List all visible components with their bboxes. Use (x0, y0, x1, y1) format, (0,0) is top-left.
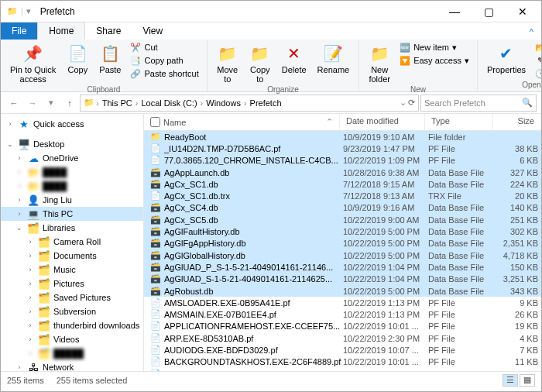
pf-icon: 📄 (150, 356, 161, 367)
pf-icon: 📄 (150, 333, 161, 344)
tree-blur-1[interactable]: ›📁████ (1, 165, 143, 179)
file-row[interactable]: 🗃️AgAppLaunch.db10/28/2016 9:38 AMData B… (144, 167, 541, 178)
qat-divider: | (21, 6, 23, 16)
file-row[interactable]: 📄AUDIODG.EXE-BDFD3029.pf10/22/2019 10:07… (144, 344, 541, 356)
select-all-checkbox[interactable] (150, 117, 160, 127)
new-folder-button[interactable]: 📁New folder (365, 41, 393, 85)
crumb-c[interactable]: Local Disk (C:) (139, 98, 198, 108)
tree-desktop[interactable]: ⌄🖥️Desktop (1, 137, 143, 151)
tree-quick-access[interactable]: ›★Quick access (1, 117, 143, 131)
tree-this-pc[interactable]: ›💻This PC (1, 207, 143, 221)
tree-lib-item[interactable]: ›🗂️Music (1, 263, 143, 277)
paste-button[interactable]: 📋Paste (96, 41, 124, 76)
db-icon: 🗃️ (150, 286, 161, 297)
file-row[interactable]: 📄BACKGROUNDTASKHOST.EXE-2C6F4889.pf10/22… (144, 356, 541, 368)
maximize-button[interactable]: ▢ (472, 1, 506, 22)
col-date[interactable]: Date modified (340, 114, 425, 130)
minimize-button[interactable]: — (437, 1, 472, 22)
file-row[interactable]: 📄ARP.EXE-8D5310AB.pf10/22/2019 2:30 PMPF… (144, 332, 541, 344)
qat-dropdown-icon[interactable]: ▾ (26, 6, 31, 16)
breadcrumb[interactable]: 📁› This PC› Local Disk (C:)› Windows› Pr… (80, 95, 419, 112)
pin-quick-access-button[interactable]: 📌Pin to Quick access (7, 41, 59, 85)
edit-button[interactable]: ✎Edit (533, 54, 542, 67)
col-type[interactable]: Type (425, 114, 493, 130)
file-row[interactable]: 📄APPLICATIONFRAMEHOST.EXE-CCEEF75...10/2… (144, 321, 541, 332)
tree-lib-item[interactable]: ›🗂️Pictures (1, 277, 143, 291)
refresh-icon[interactable]: ⟳ (408, 98, 415, 108)
copy-to-button[interactable]: 📁Copy to (246, 41, 274, 85)
easy-access-button[interactable]: 🔽Easy access ▾ (398, 54, 471, 67)
history-button[interactable]: 🕑History (533, 67, 542, 80)
file-row[interactable]: 🗃️AgCx_SC4.db10/9/2019 9:16 AMData Base … (144, 202, 541, 214)
tab-home[interactable]: Home (37, 22, 85, 40)
db-icon: 🗃️ (150, 215, 161, 225)
tree-onedrive[interactable]: ›☁OneDrive (1, 151, 143, 165)
tree-lib-item[interactable]: ›🗂️Documents (1, 249, 143, 263)
tree-lib-item[interactable]: ›🗂️Videos (1, 332, 143, 346)
db-icon: 🗃️ (150, 262, 161, 273)
crumb-windows[interactable]: Windows (204, 98, 242, 108)
new-item-button[interactable]: 🆕New item ▾ (398, 41, 471, 53)
nav-recent-button[interactable]: ▾ (43, 95, 60, 112)
file-row[interactable]: 🗃️AgGlUAD_S-1-5-21-4049014161-2114625...… (144, 273, 541, 285)
pf-icon: 📄 (150, 309, 161, 320)
nav-forward-button[interactable]: → (24, 95, 41, 112)
tree-user[interactable]: ›👤Jing Liu (1, 193, 143, 207)
file-list[interactable]: 📁ReadyBoot10/9/2019 9:10 AMFile folder📄_… (144, 131, 541, 371)
close-button[interactable]: ✕ (506, 1, 540, 22)
file-row[interactable]: 📄BACKGROUNDTASKHOST.EXE-E8F29D24.pf10/22… (144, 368, 541, 371)
open-button[interactable]: 📂Open ▾ (533, 41, 542, 53)
path-dropdown-icon[interactable]: ⌄ (400, 98, 406, 108)
copy-button[interactable]: 📄Copy (63, 41, 91, 76)
file-row[interactable]: 🗃️AgRobust.db10/22/2019 5:00 PMData Base… (144, 285, 541, 297)
tree-lib-item[interactable]: ›🗂️thunderbird downloads (1, 318, 143, 332)
tab-file[interactable]: File (1, 22, 37, 40)
tree-blur-2[interactable]: ›📁████ (1, 179, 143, 193)
crumb-thispc[interactable]: This PC (101, 98, 134, 108)
tab-view[interactable]: View (132, 22, 173, 40)
pf-icon: 📄 (150, 143, 161, 154)
file-row[interactable]: 🗃️AgGlFaultHistory.db10/22/2019 5:00 PMD… (144, 225, 541, 237)
file-row[interactable]: 📄AMSLOADER.EXE-0B95A41E.pf10/22/2019 1:1… (144, 297, 541, 308)
file-row[interactable]: 📄77.0.3865.120_CHROME_INSTALLE-C4CB...10… (144, 155, 541, 167)
col-size[interactable]: Size (493, 114, 541, 130)
file-row[interactable]: 📁ReadyBoot10/9/2019 9:10 AMFile folder (144, 131, 541, 143)
nav-back-button[interactable]: ← (5, 95, 22, 112)
tree-network[interactable]: ›🖧Network (1, 360, 143, 371)
nav-up-button[interactable]: ↑ (61, 95, 78, 112)
db-icon: 🗃️ (150, 250, 161, 261)
pf-icon: 📄 (150, 321, 161, 332)
file-row[interactable]: 🗃️AgGlGlobalHistory.db10/22/2019 5:00 PM… (144, 249, 541, 261)
file-row[interactable]: 🗃️AgGlUAD_P_S-1-5-21-4049014161-21146...… (144, 261, 541, 273)
file-row[interactable]: 🗃️AgCx_SC5.db10/22/2019 9:00 AMData Base… (144, 214, 541, 225)
file-row[interactable]: 📄AMSMAIN.EXE-07B01EE4.pf10/22/2019 1:13 … (144, 308, 541, 320)
db-icon: 🗃️ (150, 273, 161, 284)
tab-share[interactable]: Share (85, 22, 132, 40)
file-row[interactable]: 📄_IU14D2N.TMP-D7D5B6AC.pf9/23/2019 1:47 … (144, 143, 541, 154)
properties-button[interactable]: ✔Properties (484, 41, 529, 76)
file-row[interactable]: 🗃️AgCx_SC1.db7/12/2018 9:15 AMData Base … (144, 178, 541, 190)
view-large-icons-button[interactable]: ▦ (520, 374, 535, 387)
pf-icon: 📄 (150, 297, 161, 308)
move-to-button[interactable]: 📁Move to (214, 41, 242, 85)
tree-lib-item[interactable]: ›🗂️Camera Roll (1, 235, 143, 249)
cut-button[interactable]: ✂️Cut (129, 41, 200, 53)
paste-shortcut-button[interactable]: 🔗Paste shortcut (129, 67, 200, 80)
copy-path-button[interactable]: 📑Copy path (129, 54, 200, 67)
file-row[interactable]: 🗃️AgGlFgAppHistory.db10/22/2019 5:00 PMD… (144, 238, 541, 249)
delete-button[interactable]: ✕Delete (279, 41, 310, 76)
nav-tree[interactable]: ›★Quick access ⌄🖥️Desktop ›☁OneDrive ›📁█… (1, 114, 144, 371)
file-row[interactable]: 📄AgCx_SC1.db.trx7/12/2018 9:13 AMTRX Fil… (144, 190, 541, 201)
view-details-button[interactable]: ☰ (503, 374, 518, 387)
tree-blur-3[interactable]: ›🗂️█████ (1, 346, 143, 360)
ribbon-collapse-icon[interactable]: ^ (522, 24, 541, 40)
column-headers[interactable]: Name⌃ Date modified Type Size (144, 114, 541, 131)
pf-icon: 📄 (150, 155, 161, 166)
search-input[interactable]: Search Prefetch🔍 (420, 95, 537, 112)
tree-libraries[interactable]: ⌄🗂️Libraries (1, 221, 143, 235)
rename-button[interactable]: 📝Rename (314, 41, 353, 76)
crumb-prefetch[interactable]: Prefetch (249, 98, 283, 108)
tree-lib-item[interactable]: ›🗂️Subversion (1, 304, 143, 318)
group-organize-label: Organize (214, 85, 352, 95)
tree-lib-item[interactable]: ›🗂️Saved Pictures (1, 291, 143, 304)
